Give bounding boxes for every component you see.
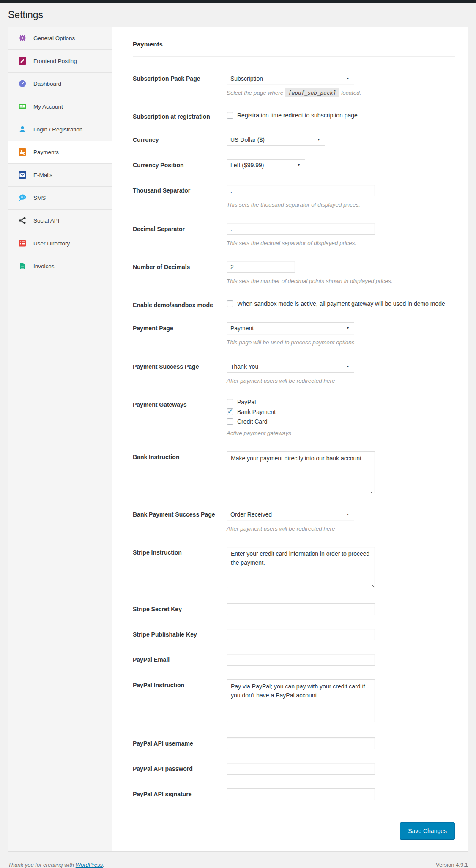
decimal-separator-input[interactable] (227, 223, 375, 235)
settings-panel: General Options Frontend Posting Dashboa… (8, 27, 468, 852)
field-row-thousand-separator: Thousand Separator This sets the thousan… (133, 185, 455, 209)
stripe-secret-key-input[interactable] (227, 603, 375, 615)
field-label: Bank Instruction (133, 451, 227, 495)
field-label: Payment Success Page (133, 361, 227, 385)
sidebar-item-label: User Directory (33, 240, 70, 247)
field-row-subscription-at-registration: Subscription at registration Registratio… (133, 111, 455, 120)
field-row-paypal-api-password: PayPal API password (133, 763, 455, 775)
sidebar-item-invoices[interactable]: Invoices (8, 255, 112, 278)
payments-icon (19, 148, 26, 156)
field-row-subscription-pack-page: Subscription Pack Page Subscription Sele… (133, 73, 455, 97)
registration-redirect-checkbox[interactable] (227, 112, 233, 119)
field-label: PayPal Email (133, 654, 227, 666)
field-label: Bank Payment Success Page (133, 509, 227, 533)
sidebar-item-user-directory[interactable]: User Directory (8, 232, 112, 255)
field-label: Stripe Secret Key (133, 603, 227, 615)
field-row-stripe-publishable-key: Stripe Publishable Key (133, 629, 455, 640)
envelope-icon (19, 171, 26, 179)
sidebar-item-label: General Options (33, 35, 75, 41)
user-icon (19, 125, 26, 133)
field-row-stripe-instruction: Stripe Instruction Enter your credit car… (133, 547, 455, 590)
field-row-bank-instruction: Bank Instruction Make your payment direc… (133, 451, 455, 495)
paypal-instruction-textarea[interactable]: Pay via PayPal; you can pay with your cr… (227, 679, 375, 722)
paypal-email-input[interactable] (227, 654, 375, 666)
bank-payment-success-page-select[interactable]: Order Received (227, 509, 354, 520)
checkbox-label: PayPal (237, 399, 256, 405)
payment-page-select[interactable]: Payment (227, 322, 354, 334)
field-label: Currency (133, 134, 227, 146)
sidebar-item-social-api[interactable]: Social API (8, 210, 112, 232)
sandbox-mode-checkbox[interactable] (227, 300, 233, 307)
sidebar-item-frontend-posting[interactable]: Frontend Posting (8, 50, 112, 73)
wordpress-link[interactable]: WordPress (76, 862, 103, 868)
currency-position-select[interactable]: Left ($99.99) (227, 159, 305, 171)
field-row-paypal-api-username: PayPal API username (133, 737, 455, 749)
field-row-payment-success-page: Payment Success Page Thank You After pay… (133, 361, 455, 385)
pencil-icon (19, 57, 26, 65)
paypal-api-username-input[interactable] (227, 737, 375, 749)
currency-select[interactable]: US Dollar ($) (227, 134, 325, 146)
save-changes-button[interactable]: Save Changes (400, 822, 455, 839)
field-label: Subscription Pack Page (133, 73, 227, 97)
sidebar-item-general-options[interactable]: General Options (8, 27, 112, 50)
bank-payment-gateway-checkbox[interactable] (227, 408, 233, 415)
checkbox-label: When sandbox mode is active, all payment… (237, 300, 445, 307)
sidebar-item-label: Login / Registration (33, 126, 82, 133)
admin-footer: Thank you for creating with WordPress. V… (8, 862, 468, 868)
stripe-publishable-key-input[interactable] (227, 629, 375, 640)
admin-topbar (0, 0, 476, 3)
field-label: Enable demo/sandbox mode (133, 299, 227, 309)
sidebar-item-login-registration[interactable]: Login / Registration (8, 118, 112, 141)
subscription-pack-page-select[interactable]: Subscription (227, 73, 354, 84)
dashboard-icon (19, 80, 26, 87)
field-label: PayPal API password (133, 763, 227, 775)
checkbox-label: Bank Payment (237, 408, 276, 415)
shortcode-badge: [wpuf_sub_pack] (285, 88, 339, 97)
sidebar-item-dashboard[interactable]: Dashboard (8, 73, 112, 95)
share-icon (19, 217, 26, 224)
field-row-currency-position: Currency Position Left ($99.99) (133, 159, 455, 171)
field-help: After payment users will be redirected h… (227, 377, 455, 385)
field-row-bank-payment-success-page: Bank Payment Success Page Order Received… (133, 509, 455, 533)
paypal-gateway-checkbox[interactable] (227, 399, 233, 405)
chat-bubble-icon (19, 194, 26, 201)
field-row-sandbox-mode: Enable demo/sandbox mode When sandbox mo… (133, 299, 455, 309)
sidebar-item-label: E-Mails (33, 172, 52, 178)
paypal-api-password-input[interactable] (227, 763, 375, 775)
field-label: Stripe Publishable Key (133, 629, 227, 640)
invoice-icon (19, 262, 26, 270)
sidebar-item-label: Invoices (33, 263, 55, 269)
stripe-instruction-textarea[interactable]: Enter your credit card information in or… (227, 547, 375, 588)
field-label: PayPal Instruction (133, 679, 227, 724)
sidebar-item-label: Social API (33, 218, 60, 224)
field-row-stripe-secret-key: Stripe Secret Key (133, 603, 455, 615)
credit-card-gateway-checkbox[interactable] (227, 418, 233, 425)
sidebar-item-sms[interactable]: SMS (8, 187, 112, 210)
field-label: Currency Position (133, 159, 227, 171)
sidebar-item-label: My Account (33, 103, 63, 110)
bank-instruction-textarea[interactable]: Make your payment directly into our bank… (227, 451, 375, 493)
field-help: Select the page where[wpuf_sub_pack]loca… (227, 89, 455, 97)
gear-icon (19, 34, 26, 42)
sidebar-item-label: Payments (33, 149, 59, 155)
field-label: Stripe Instruction (133, 547, 227, 590)
thousand-separator-input[interactable] (227, 185, 375, 196)
footer-thanks: Thank you for creating with WordPress. (8, 862, 104, 868)
sidebar-item-label: Dashboard (33, 81, 61, 87)
field-label: Payment Gateways (133, 399, 227, 438)
field-row-payment-gateways: Payment Gateways PayPal Bank Payment Cre… (133, 399, 455, 438)
paypal-api-signature-input[interactable] (227, 788, 375, 800)
list-icon (19, 239, 26, 247)
field-help: This sets the number of decimal points s… (227, 277, 455, 286)
field-label: Decimal Separator (133, 223, 227, 248)
field-row-paypal-instruction: PayPal Instruction Pay via PayPal; you c… (133, 679, 455, 724)
field-help: This sets the thousand separator of disp… (227, 201, 455, 209)
sidebar-item-payments[interactable]: Payments (8, 141, 112, 164)
field-help: This page will be used to process paymen… (227, 338, 455, 347)
payment-success-page-select[interactable]: Thank You (227, 361, 354, 373)
number-of-decimals-input[interactable] (227, 261, 295, 273)
field-label: PayPal API username (133, 737, 227, 749)
sidebar-item-my-account[interactable]: My Account (8, 95, 112, 118)
sidebar-item-emails[interactable]: E-Mails (8, 164, 112, 187)
submit-row: Save Changes (133, 814, 455, 851)
